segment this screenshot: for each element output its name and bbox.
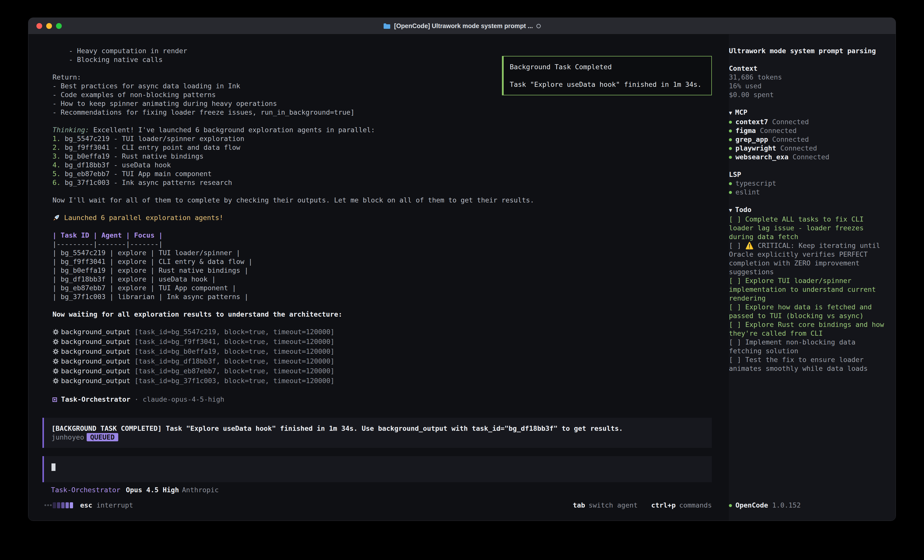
active-agent-label[interactable]: Task-Orchestrator <box>51 486 120 494</box>
composer-meta: Task-OrchestratorOpus 4.5 HighAnthropic <box>51 485 712 494</box>
esc-label: interrupt <box>96 501 133 509</box>
agent-square-icon <box>52 397 57 402</box>
app-window: [OpenCode] Ultrawork mode system prompt … <box>28 18 896 521</box>
titlebar: [OpenCode] Ultrawork mode system prompt … <box>28 18 896 34</box>
table-row: | bg_37f1c003 | librarian | Ink async pa… <box>52 292 712 301</box>
gear-icon <box>52 348 59 357</box>
lsp-section-heading: LSP <box>729 170 884 179</box>
mcp-item: playwright Connected <box>729 144 884 153</box>
output-line: Now I'll wait for all of them to complet… <box>52 196 712 205</box>
mcp-section-heading[interactable]: ▼MCP <box>729 108 884 117</box>
status-dot-icon <box>729 121 732 124</box>
zoom-window-button[interactable] <box>56 23 62 29</box>
todo-item: [ ] Test the fix to ensure loader animat… <box>729 355 884 373</box>
output-line: - Recommendations for fixing loader free… <box>52 108 712 117</box>
table-row: | bg_5547c219 | explore | TUI loader/spi… <box>52 249 712 257</box>
output-line: - Heavy computation in render <box>52 46 712 55</box>
window-title: [OpenCode] Ultrawork mode system prompt … <box>394 22 533 30</box>
status-dot-icon <box>729 156 732 159</box>
tool-call: background_output [task_id=bg_df18bb3f, … <box>52 357 712 367</box>
tool-call: background_output [task_id=bg_37f1c003, … <box>52 376 712 386</box>
thinking-line: Thinking: Excellent! I've launched 6 bac… <box>52 126 712 134</box>
status-bar: esc interrupt tabswitch agent ctrl+pcomm… <box>42 501 712 521</box>
status-bar-right: tabswitch agent ctrl+pcommands <box>573 501 712 509</box>
message-text: [BACKGROUND TASK COMPLETED] Task "Explor… <box>51 424 704 433</box>
tool-call: background_output [task_id=bg_b0effa19, … <box>52 347 712 357</box>
tab-key-hint: tab <box>573 501 585 509</box>
close-window-button[interactable] <box>36 23 42 29</box>
todo-section-heading[interactable]: ▼Todo <box>729 205 884 215</box>
context-spent: $0.00 spent <box>729 90 884 99</box>
gear-icon <box>52 358 59 367</box>
prompt-input[interactable] <box>42 456 712 482</box>
tool-call: background_output [task_id=bg_5547c219, … <box>52 328 712 337</box>
queued-badge: QUEUED <box>87 433 118 441</box>
status-dot-icon <box>729 182 732 185</box>
table-header-row: | Task ID | Agent | Focus | <box>52 231 712 240</box>
text-cursor <box>51 463 56 471</box>
status-dot-icon <box>729 147 732 150</box>
agent-list-item: 3. bg_b0effa19 - Rust native bindings <box>52 152 712 160</box>
status-dot-icon <box>729 191 732 194</box>
todo-item: [ ] ⚠️ CRITICAL: Keep iterating until Or… <box>729 241 884 276</box>
minimize-window-button[interactable] <box>46 23 52 29</box>
orchestrator-line: Task-Orchestrator · claude-opus-4-5-high <box>52 395 712 404</box>
table-separator-row: |---------|-------|-------| <box>52 240 712 249</box>
table-row: | bg_eb87ebb7 | explore | TUI App compon… <box>52 283 712 292</box>
todo-item: [ ] Explore Rust core bindings and how t… <box>729 320 884 338</box>
context-tokens: 31,686 tokens <box>729 73 884 82</box>
todo-item: [ ] Implement non-blocking data fetching… <box>729 338 884 355</box>
agent-list-item: 1. bg_5547c219 - TUI loader/spinner expl… <box>52 134 712 143</box>
launch-text: Launched 6 parallel exploration agents! <box>64 214 223 222</box>
mcp-item: websearch_exa Connected <box>729 153 884 161</box>
tool-call: background_output [task_id=bg_eb87ebb7, … <box>52 367 712 376</box>
traffic-lights <box>36 18 62 34</box>
folder-icon <box>383 23 391 29</box>
lsp-item: typescript <box>729 179 884 188</box>
agent-list-item: 6. bg_37f1c003 - Ink async patterns rese… <box>52 178 712 187</box>
background-task-message: [BACKGROUND TASK COMPLETED] Task "Explor… <box>42 418 712 448</box>
status-dot-icon <box>729 129 732 132</box>
window-title-group: [OpenCode] Ultrawork mode system prompt … <box>383 22 541 30</box>
todo-item: [ ] Explore TUI loader/spinner implement… <box>729 276 884 302</box>
gear-icon <box>52 328 59 337</box>
mcp-item: figma Connected <box>729 126 884 135</box>
thinking-text: Excellent! I've launched 6 background ex… <box>93 126 375 134</box>
context-used: 16% used <box>729 82 884 90</box>
collapse-triangle-icon: ▼ <box>729 206 732 215</box>
mcp-item: context7 Connected <box>729 117 884 126</box>
provider-label: Anthropic <box>182 486 219 494</box>
table-row: | bg_df18bb3f | explore | useData hook | <box>52 275 712 283</box>
agent-list-item: 4. bg_df18bb3f - useData hook <box>52 160 712 169</box>
status-dot-icon <box>729 504 732 507</box>
esc-key-hint: esc <box>80 501 92 509</box>
gear-icon <box>52 368 59 376</box>
status-dot-icon <box>729 138 732 141</box>
message-meta: junhoyeoQUEUED <box>51 433 704 442</box>
background-task-notification: Background Task Completed Task "Explore … <box>502 56 712 95</box>
todo-item: [ ] Explore how data is fetched and pass… <box>729 302 884 320</box>
tool-call: background_output [task_id=bg_f9ff3041, … <box>52 337 712 347</box>
collapse-triangle-icon: ▼ <box>729 109 732 117</box>
notification-body: Task "Explore useData hook" finished in … <box>510 80 705 89</box>
mcp-item: grep_app Connected <box>729 135 884 144</box>
status-ring-icon <box>536 24 541 28</box>
output-line: - How to keep spinner animating during h… <box>52 99 712 108</box>
table-row: | bg_b0effa19 | explore | Rust native bi… <box>52 266 712 275</box>
cmd-label: commands <box>679 501 712 509</box>
progress-spinner-icon <box>45 502 73 508</box>
table-row: | bg_f9ff3041 | explore | CLI entry & da… <box>52 257 712 266</box>
gear-icon <box>52 338 59 347</box>
conversation-pane: Background Task Completed Task "Explore … <box>28 34 729 521</box>
agent-list-item: 2. bg_f9ff3041 - CLI entry point and dat… <box>52 143 712 152</box>
model-label[interactable]: Opus 4.5 High <box>126 486 179 494</box>
rocket-icon <box>52 214 60 222</box>
message-author: junhoyeo <box>51 433 84 441</box>
tab-label: switch agent <box>588 501 638 509</box>
context-heading: Context <box>729 64 884 73</box>
notification-title: Background Task Completed <box>510 63 705 71</box>
architecture-line: Now waiting for all exploration results … <box>52 310 712 319</box>
app-version-footer: OpenCode 1.0.152 <box>729 501 884 509</box>
lsp-item: eslint <box>729 188 884 196</box>
cmd-key-hint: ctrl+p <box>651 501 676 509</box>
